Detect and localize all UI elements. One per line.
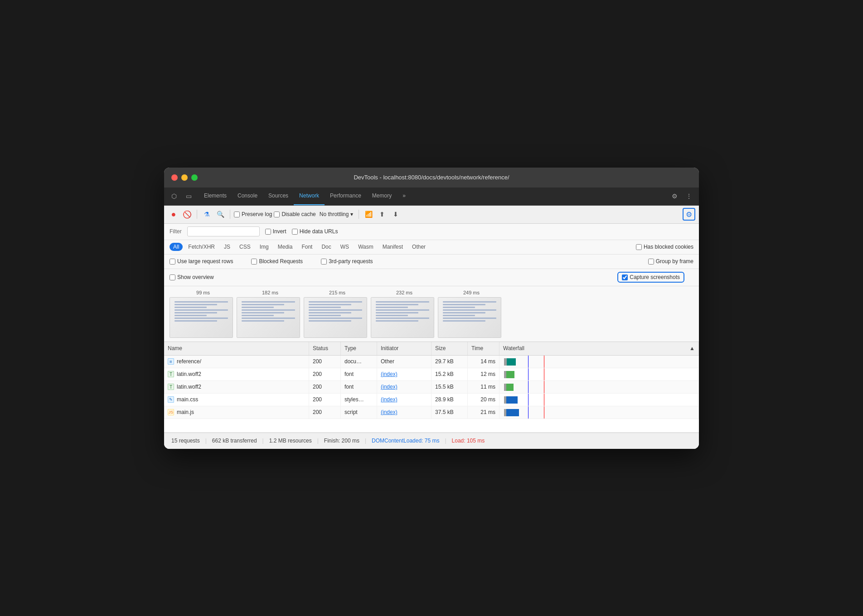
- td-name-4: ✎ main.css: [164, 394, 309, 406]
- screenshot-thumb-4[interactable]: [371, 297, 434, 338]
- table-row[interactable]: ≡ reference/ 200 docu… Other 29.7 kB 14 …: [164, 356, 699, 368]
- capture-screenshots-checkbox[interactable]: [622, 274, 628, 280]
- td-size-5: 37.5 kB: [432, 406, 468, 419]
- screenshot-thumb-2[interactable]: [237, 297, 300, 338]
- network-table: Name Status Type Initiator Size Time Wat…: [164, 342, 699, 433]
- download-icon[interactable]: ⬇: [390, 208, 402, 220]
- separator-2: [230, 210, 230, 219]
- large-request-rows-checkbox[interactable]: [170, 259, 175, 265]
- record-button[interactable]: ●: [168, 208, 179, 220]
- group-by-frame-group: Group by frame: [648, 258, 693, 265]
- titlebar: DevTools - localhost:8080/docs/devtools/…: [164, 168, 699, 188]
- devtools-icons: ⬡ ▭: [168, 190, 195, 202]
- settings-gear-icon[interactable]: ⚙: [668, 190, 681, 202]
- traffic-lights: [171, 174, 198, 181]
- screenshot-thumb-3[interactable]: [304, 297, 367, 338]
- type-btn-other[interactable]: Other: [408, 243, 429, 251]
- hide-data-urls-group: Hide data URLs: [292, 228, 338, 235]
- th-waterfall[interactable]: Waterfall ▲: [499, 342, 699, 355]
- screenshot-thumb-1[interactable]: [170, 297, 233, 338]
- td-initiator-4: (index): [377, 394, 432, 406]
- type-btn-wasm[interactable]: Wasm: [354, 243, 377, 251]
- disable-cache-checkbox[interactable]: [274, 212, 280, 217]
- top-tabs-bar: ⬡ ▭ Elements Console Sources Network Per…: [164, 188, 699, 206]
- invert-checkbox[interactable]: [265, 229, 271, 235]
- th-status[interactable]: Status: [309, 342, 341, 355]
- type-btn-js[interactable]: JS: [220, 243, 234, 251]
- js-icon: JS: [168, 409, 174, 415]
- type-btn-css[interactable]: CSS: [236, 243, 254, 251]
- has-blocked-cookies-checkbox[interactable]: [636, 244, 642, 250]
- type-btn-font[interactable]: Font: [298, 243, 316, 251]
- hide-data-urls-checkbox[interactable]: [292, 229, 298, 235]
- load-time: Load: 105 ms: [452, 438, 485, 444]
- has-blocked-cookies-label: Has blocked cookies: [644, 244, 693, 250]
- large-request-rows-label: Use large request rows: [177, 258, 233, 265]
- large-request-rows-group: Use large request rows: [170, 258, 233, 265]
- screenshot-thumb-5[interactable]: [438, 297, 501, 338]
- tab-elements[interactable]: Elements: [199, 187, 232, 205]
- filter-icon[interactable]: ⚗: [201, 208, 213, 220]
- th-size[interactable]: Size: [432, 342, 468, 355]
- th-name[interactable]: Name: [164, 342, 309, 355]
- td-waterfall-5: [499, 406, 699, 419]
- type-btn-fetch-xhr[interactable]: Fetch/XHR: [184, 243, 218, 251]
- close-button[interactable]: [171, 174, 178, 181]
- maximize-button[interactable]: [191, 174, 198, 181]
- tab-console[interactable]: Console: [232, 187, 263, 205]
- blocked-requests-group: Blocked Requests: [251, 258, 303, 265]
- td-type-3: font: [341, 381, 377, 393]
- type-btn-img[interactable]: Img: [256, 243, 272, 251]
- network-settings-button[interactable]: ⚙: [683, 208, 695, 221]
- th-initiator[interactable]: Initiator: [377, 342, 432, 355]
- preserve-log-group: Preserve log: [234, 211, 272, 217]
- show-overview-checkbox[interactable]: [170, 274, 175, 280]
- mobile-icon[interactable]: ▭: [182, 190, 195, 202]
- separator-1: [197, 210, 197, 219]
- tab-network[interactable]: Network: [294, 187, 325, 205]
- table-header: Name Status Type Initiator Size Time Wat…: [164, 342, 699, 356]
- tab-performance[interactable]: Performance: [325, 187, 367, 205]
- group-by-frame-checkbox[interactable]: [648, 259, 654, 265]
- table-spacer: [164, 419, 699, 433]
- type-btn-doc[interactable]: Doc: [318, 243, 335, 251]
- td-size-3: 15.5 kB: [432, 381, 468, 393]
- blocked-requests-checkbox[interactable]: [251, 259, 257, 265]
- tab-sources[interactable]: Sources: [263, 187, 294, 205]
- td-status-5: 200: [309, 406, 341, 419]
- th-time[interactable]: Time: [468, 342, 499, 355]
- table-row[interactable]: ✎ main.css 200 styles… (index) 28.9 kB 2…: [164, 394, 699, 406]
- type-btn-media[interactable]: Media: [274, 243, 296, 251]
- clear-button[interactable]: 🚫: [181, 208, 193, 220]
- table-row[interactable]: JS main.js 200 script (index) 37.5 kB 21…: [164, 406, 699, 419]
- type-btn-ws[interactable]: WS: [337, 243, 353, 251]
- transferred-size: 662 kB transferred: [212, 438, 257, 444]
- td-type-4: styles…: [341, 394, 377, 406]
- invert-label: Invert: [273, 228, 286, 235]
- throttle-selector[interactable]: No throttling ▾: [318, 210, 355, 218]
- th-type[interactable]: Type: [341, 342, 377, 355]
- dom-content-loaded: DOMContentLoaded: 75 ms: [372, 438, 439, 444]
- filter-input[interactable]: [187, 226, 260, 236]
- options-bar-2: Show overview Capture screenshots: [164, 269, 699, 286]
- type-btn-manifest[interactable]: Manifest: [379, 243, 407, 251]
- more-options-icon[interactable]: ⋮: [683, 190, 695, 202]
- capture-screenshots-label: Capture screenshots: [630, 274, 680, 280]
- preserve-log-checkbox[interactable]: [234, 212, 240, 217]
- online-icon[interactable]: 📶: [363, 208, 374, 220]
- devtools-window: DevTools - localhost:8080/docs/devtools/…: [164, 168, 699, 449]
- ts-5: 249 ms: [438, 290, 505, 295]
- ts-1: 99 ms: [170, 290, 237, 295]
- table-row[interactable]: T latin.woff2 200 font (index) 15.2 kB 1…: [164, 368, 699, 381]
- tab-memory[interactable]: Memory: [367, 187, 397, 205]
- third-party-requests-checkbox[interactable]: [321, 259, 327, 265]
- table-row[interactable]: T latin.woff2 200 font (index) 15.5 kB 1…: [164, 381, 699, 394]
- window-title: DevTools - localhost:8080/docs/devtools/…: [354, 174, 509, 181]
- type-btn-all[interactable]: All: [170, 243, 183, 251]
- td-type-1: docu…: [341, 356, 377, 368]
- cursor-icon[interactable]: ⬡: [168, 190, 180, 202]
- upload-icon[interactable]: ⬆: [376, 208, 388, 220]
- tab-more[interactable]: »: [397, 187, 411, 205]
- search-icon[interactable]: 🔍: [214, 208, 226, 220]
- minimize-button[interactable]: [181, 174, 188, 181]
